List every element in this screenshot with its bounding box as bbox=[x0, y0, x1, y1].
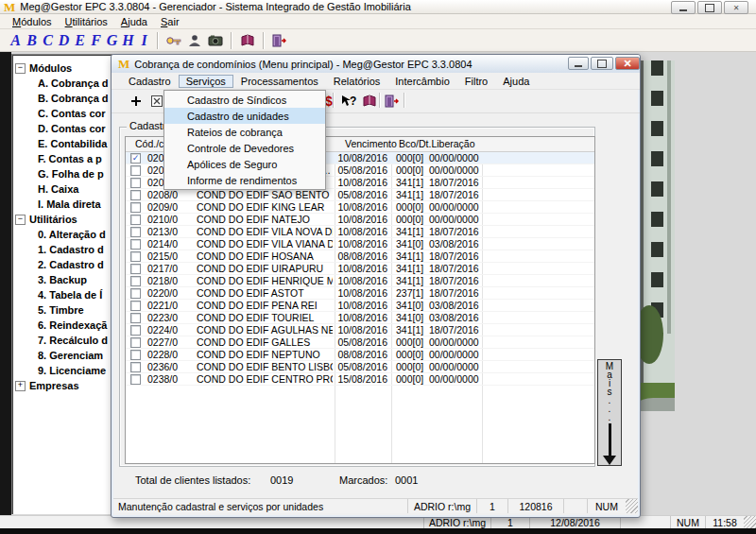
row-checkbox[interactable] bbox=[130, 337, 141, 348]
table-row[interactable]: 0213/0COND DO EDIF VILA NOVA DE GAIA10/0… bbox=[126, 226, 594, 238]
child-menu-item-ajuda[interactable]: Ajuda bbox=[495, 75, 537, 88]
tree-item-b-cobranca-d[interactable]: B. Cobrança d bbox=[11, 91, 115, 106]
child-minimize-button[interactable] bbox=[568, 57, 589, 70]
child-menu-item-filtro[interactable]: Filtro bbox=[457, 75, 495, 88]
table-row[interactable]: 0217/0COND DO EDIF UIRAPURU10/08/2016341… bbox=[126, 263, 594, 275]
row-checkbox[interactable] bbox=[130, 325, 141, 336]
toolbar-letter-f[interactable]: F bbox=[88, 32, 104, 49]
toolbar-letter-i[interactable]: I bbox=[136, 32, 152, 49]
tree-item-2-cadastro-d[interactable]: 2. Cadastro d bbox=[11, 257, 115, 272]
row-checkbox[interactable] bbox=[130, 190, 141, 200]
resize-grip[interactable] bbox=[626, 499, 638, 513]
tree-item-6-reindexaca[interactable]: 6. Reindexaçã bbox=[11, 318, 115, 333]
toolbar-button-camera-icon[interactable] bbox=[205, 32, 226, 49]
child-menu-item-relatorios[interactable]: Relatórios bbox=[326, 75, 388, 88]
tree-item-5-timbre[interactable]: 5. Timbre bbox=[11, 302, 115, 318]
child-close-button[interactable]: ✕ bbox=[615, 57, 640, 70]
tree-item-utilitarios[interactable]: −Utilitários bbox=[11, 212, 115, 227]
row-checkbox[interactable] bbox=[130, 178, 141, 188]
tree-item-h-caixa[interactable]: H. Caixa bbox=[11, 181, 115, 197]
table-row[interactable]: 0209/0COND DO EDIF KING LEAR10/08/201600… bbox=[126, 201, 594, 214]
child-menu-item-servicos[interactable]: Serviços bbox=[179, 75, 233, 88]
table-row[interactable]: 0223/0COND DO EDIF TOURIEL10/08/2016341[… bbox=[126, 312, 594, 324]
row-checkbox[interactable] bbox=[130, 264, 141, 274]
toolbar-button-book-icon[interactable] bbox=[237, 32, 258, 49]
tree-item-empresas[interactable]: +Empresas bbox=[11, 378, 115, 393]
menu-item-utilitarios[interactable]: Utilitários bbox=[59, 16, 114, 27]
table-row[interactable]: 0221/0COND DO EDIF PENA REI10/08/2016341… bbox=[126, 300, 594, 312]
row-checkbox[interactable] bbox=[130, 288, 141, 299]
tree-item-c-contas-cor[interactable]: C. Contas cor bbox=[11, 106, 115, 121]
tree-item-f-contas-a-p[interactable]: F. Contas a p bbox=[11, 151, 115, 166]
dropdown-item-controle-de-devedores[interactable]: Controle de Devedores bbox=[164, 140, 325, 156]
toolbar-letter-h[interactable]: H bbox=[120, 32, 136, 49]
dropdown-item-cadastro-de-sindicos[interactable]: Cadastro de Síndicos bbox=[164, 92, 325, 108]
table-row[interactable]: 0218/0COND DO EDIF HENRIQUE MECKING10/08… bbox=[126, 275, 594, 287]
tree-item-modulos[interactable]: −Módulos bbox=[11, 60, 115, 76]
column-header-code[interactable]: Cód./c bbox=[135, 138, 163, 149]
tree-toggle-icon[interactable]: − bbox=[15, 215, 26, 225]
row-checkbox[interactable] bbox=[130, 165, 141, 176]
row-checkbox[interactable] bbox=[130, 239, 141, 250]
table-row[interactable]: 0214/0COND DO EDIF VILA VIANA DO CAST…10… bbox=[126, 238, 594, 250]
menu-item-sair[interactable]: Sair bbox=[154, 16, 186, 27]
child-menu-item-intercambio[interactable]: Intercâmbio bbox=[387, 75, 456, 88]
table-row[interactable]: 0210/0COND DO EDIF NATEJO10/08/2016000[0… bbox=[126, 214, 594, 226]
table-row[interactable]: 0227/0COND DO EDIF GALLES05/08/2016000[0… bbox=[126, 336, 594, 349]
toolbar-letter-d[interactable]: D bbox=[56, 32, 72, 49]
tree-item-4-tabela-de-i[interactable]: 4. Tabela de Í bbox=[11, 287, 115, 302]
row-checkbox[interactable] bbox=[130, 276, 141, 286]
tree-toggle-icon[interactable]: − bbox=[15, 63, 26, 74]
column-header-bank[interactable]: Bco/Dt.Liberação bbox=[399, 138, 475, 149]
toolbar-letter-g[interactable]: G bbox=[104, 32, 120, 49]
table-row[interactable]: 0236/0COND DO EDIF BENTO LISBOA05/08/201… bbox=[126, 361, 594, 373]
tree-item-9-licenciame[interactable]: 9. Licenciame bbox=[11, 363, 115, 378]
table-row[interactable]: 0224/0COND DO EDIF AGULHAS NEGRAS10/08/2… bbox=[126, 324, 594, 336]
row-checkbox[interactable] bbox=[130, 301, 141, 311]
tree-item-3-backup[interactable]: 3. Backup bbox=[11, 272, 115, 287]
table-row[interactable]: 0215/0COND DO EDIF HOSANA08/08/2016341[1… bbox=[126, 250, 594, 263]
toolbar-letter-e[interactable]: E bbox=[72, 32, 88, 49]
tree-item-0-alteracao-d[interactable]: 0. Alteração d bbox=[11, 227, 115, 242]
table-row[interactable]: 0220/0COND DO EDIF ASTOT10/08/2016237[1]… bbox=[126, 287, 594, 300]
dropdown-item-rateios-de-cobranca[interactable]: Rateios de cobrança bbox=[164, 124, 325, 140]
row-checkbox[interactable] bbox=[130, 202, 141, 213]
toolbar-letter-c[interactable]: C bbox=[40, 32, 56, 49]
row-checkbox[interactable] bbox=[130, 374, 141, 385]
tree-item-d-contas-cor[interactable]: D. Contas cor bbox=[11, 121, 115, 136]
row-checkbox[interactable] bbox=[130, 251, 141, 262]
row-checkbox[interactable]: ✓ bbox=[130, 153, 141, 164]
row-checkbox[interactable] bbox=[130, 313, 141, 323]
toolbar-button-key-icon[interactable] bbox=[163, 32, 184, 49]
tree-item-a-cobranca-d[interactable]: A. Cobrança d bbox=[11, 76, 115, 91]
close-button[interactable]: ✕ bbox=[724, 1, 748, 14]
more-button[interactable]: Mais... bbox=[597, 359, 622, 466]
tree-item-7-recalculo-d[interactable]: 7. Recálculo d bbox=[11, 333, 115, 348]
table-row[interactable]: 0238/0COND DO EDIF CENTRO PROF DO R…15/0… bbox=[126, 373, 594, 386]
toolbar-button-user-icon[interactable] bbox=[184, 32, 205, 49]
child-title-bar[interactable]: M Cobrança de condomínios (Menu principa… bbox=[112, 55, 640, 73]
column-header-due[interactable]: Vencimento bbox=[345, 138, 397, 149]
toolbar-letter-a[interactable]: A bbox=[8, 32, 24, 49]
toolbar-button-book-icon[interactable] bbox=[360, 93, 379, 109]
tree-item-8-gerenciam[interactable]: 8. Gerenciam bbox=[11, 348, 115, 363]
dropdown-item-apolices-de-seguro[interactable]: Apólices de Seguro bbox=[164, 156, 325, 172]
toolbar-button-add-icon[interactable] bbox=[127, 93, 146, 109]
child-maximize-button[interactable] bbox=[591, 57, 613, 70]
row-checkbox[interactable] bbox=[130, 350, 141, 360]
tree-toggle-icon[interactable]: + bbox=[15, 381, 26, 391]
tree-item-1-cadastro-d[interactable]: 1. Cadastro d bbox=[11, 242, 115, 257]
toolbar-button-exit-icon[interactable] bbox=[383, 93, 402, 109]
child-menu-item-cadastro[interactable]: Cadastro bbox=[121, 75, 179, 88]
toolbar-button-exit-icon[interactable] bbox=[269, 32, 290, 49]
child-menu-item-processamentos[interactable]: Processamentos bbox=[233, 75, 326, 88]
table-row[interactable]: 0208/0COND DO EDIF SAO BENTO05/08/201634… bbox=[126, 189, 594, 201]
row-checkbox[interactable] bbox=[130, 362, 141, 372]
maximize-button[interactable] bbox=[697, 1, 722, 14]
toolbar-button-help-icon[interactable]: ? bbox=[339, 93, 358, 109]
resize-grip[interactable] bbox=[744, 516, 756, 528]
dropdown-item-cadastro-de-unidades[interactable]: Cadastro de unidades bbox=[164, 108, 325, 124]
row-checkbox[interactable] bbox=[130, 215, 141, 225]
tree-item-g-folha-de-p[interactable]: G. Folha de p bbox=[11, 166, 115, 181]
row-checkbox[interactable] bbox=[130, 227, 141, 237]
